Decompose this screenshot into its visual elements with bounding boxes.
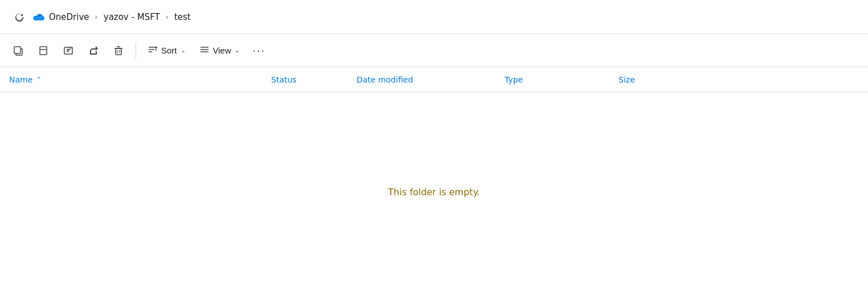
empty-folder-message: This folder is empty. bbox=[388, 187, 480, 198]
column-date-header[interactable]: Date modified bbox=[357, 75, 505, 84]
breadcrumb-level2[interactable]: test bbox=[174, 12, 191, 22]
column-date-label: Date modified bbox=[357, 75, 413, 84]
column-status-label: Status bbox=[271, 75, 297, 84]
column-name-header[interactable]: Name ⌃ bbox=[9, 75, 271, 84]
toolbar: Sort ⌄ View ⌄ ··· bbox=[0, 34, 868, 67]
more-dots-label: ··· bbox=[252, 44, 265, 57]
rename-button[interactable] bbox=[57, 39, 80, 62]
refresh-button[interactable] bbox=[11, 9, 27, 25]
column-status-header[interactable]: Status bbox=[271, 75, 357, 84]
breadcrumb-bar: OneDrive › yazov - MSFT › test bbox=[0, 0, 868, 34]
view-icon bbox=[199, 44, 210, 56]
sort-chevron-icon: ⌄ bbox=[181, 47, 186, 54]
view-label: View bbox=[213, 46, 231, 55]
column-size-header[interactable]: Size bbox=[619, 75, 859, 84]
column-name-label: Name bbox=[9, 75, 32, 84]
content-area: This folder is empty. bbox=[0, 92, 868, 292]
more-button[interactable]: ··· bbox=[248, 39, 271, 62]
column-type-label: Type bbox=[505, 75, 523, 84]
column-headers: Name ⌃ Status Date modified Type Size bbox=[0, 67, 868, 92]
delete-button[interactable] bbox=[107, 39, 130, 62]
column-size-label: Size bbox=[619, 75, 635, 84]
breadcrumb-sep-2: › bbox=[166, 13, 169, 21]
sort-icon bbox=[148, 44, 158, 56]
svg-rect-7 bbox=[116, 48, 121, 55]
toolbar-divider bbox=[136, 43, 136, 59]
cut-button[interactable] bbox=[32, 39, 55, 62]
view-chevron-icon: ⌄ bbox=[235, 47, 240, 54]
share-button[interactable] bbox=[82, 39, 105, 62]
breadcrumb-sep-1: › bbox=[95, 13, 98, 21]
view-button[interactable]: View ⌄ bbox=[194, 39, 245, 62]
breadcrumb-level1[interactable]: yazov - MSFT bbox=[104, 12, 160, 22]
svg-rect-1 bbox=[14, 47, 21, 54]
copy-button[interactable] bbox=[7, 39, 30, 62]
sort-label: Sort bbox=[161, 46, 177, 55]
onedrive-logo bbox=[32, 11, 44, 23]
column-type-header[interactable]: Type bbox=[505, 75, 619, 84]
svg-rect-2 bbox=[40, 47, 47, 55]
sort-button[interactable]: Sort ⌄ bbox=[142, 39, 191, 62]
breadcrumb-root[interactable]: OneDrive bbox=[49, 12, 89, 22]
name-sort-icon: ⌃ bbox=[36, 76, 42, 84]
